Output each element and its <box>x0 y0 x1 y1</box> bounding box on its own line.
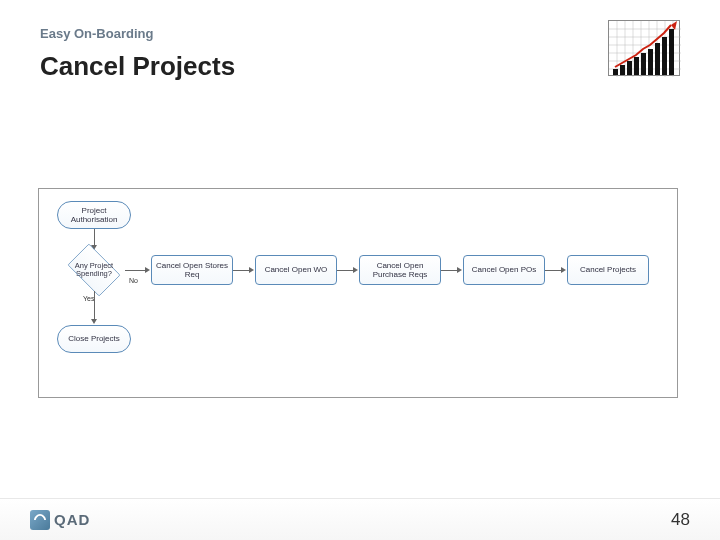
svg-rect-19 <box>648 49 653 75</box>
page-title: Cancel Projects <box>40 51 680 82</box>
growth-chart-icon <box>608 20 680 76</box>
arrow <box>125 270 147 271</box>
node-step-2-label: Cancel Open Purchase Reqs <box>363 261 437 279</box>
node-step-0-label: Cancel Open Stores Req <box>155 261 229 279</box>
node-step-4: Cancel Projects <box>567 255 649 285</box>
decision-yes-label: Yes <box>83 295 94 302</box>
node-step-3-label: Cancel Open POs <box>472 265 536 274</box>
node-step-1: Cancel Open WO <box>255 255 337 285</box>
node-decision: Any Project Spending? <box>63 249 125 291</box>
slide-footer: QAD 48 <box>0 498 720 540</box>
svg-rect-20 <box>655 43 660 75</box>
arrow-head <box>249 267 254 273</box>
arrow-head <box>353 267 358 273</box>
arrow-head <box>145 267 150 273</box>
node-step-3: Cancel Open POs <box>463 255 545 285</box>
svg-rect-16 <box>627 61 632 75</box>
brand-logo: QAD <box>30 510 90 530</box>
svg-rect-15 <box>620 65 625 75</box>
svg-rect-17 <box>634 57 639 75</box>
arrow-head <box>561 267 566 273</box>
node-close: Close Projects <box>57 325 131 353</box>
svg-rect-18 <box>641 53 646 75</box>
node-step-4-label: Cancel Projects <box>580 265 636 274</box>
arrow-head <box>91 319 97 324</box>
node-step-1-label: Cancel Open WO <box>265 265 328 274</box>
node-start: Project Authorisation <box>57 201 131 229</box>
svg-rect-22 <box>669 29 674 75</box>
node-decision-label: Any Project Spending? <box>63 249 125 291</box>
flowchart: Project Authorisation Any Project Spendi… <box>38 188 678 398</box>
node-step-2: Cancel Open Purchase Reqs <box>359 255 441 285</box>
decision-no-label: No <box>129 277 138 284</box>
brand-logo-icon <box>30 510 50 530</box>
node-close-label: Close Projects <box>68 334 120 343</box>
breadcrumb: Easy On-Boarding <box>40 26 680 41</box>
arrow <box>94 291 95 321</box>
svg-rect-21 <box>662 37 667 75</box>
svg-rect-14 <box>613 69 618 75</box>
brand-name: QAD <box>54 511 90 528</box>
node-step-0: Cancel Open Stores Req <box>151 255 233 285</box>
svg-marker-23 <box>671 21 677 30</box>
arrow-head <box>457 267 462 273</box>
node-start-label: Project Authorisation <box>61 206 127 224</box>
page-number: 48 <box>671 510 690 530</box>
